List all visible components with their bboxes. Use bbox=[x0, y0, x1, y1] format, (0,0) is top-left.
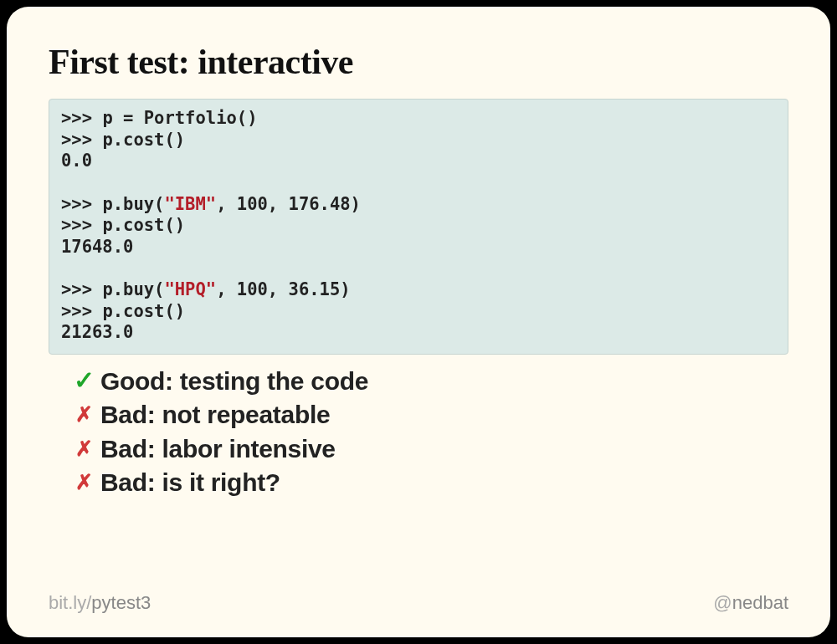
check-icon: ✓ bbox=[72, 364, 95, 398]
bullet-text: Good: testing the code bbox=[100, 365, 368, 399]
code-string-literal: "HPQ" bbox=[164, 279, 216, 299]
x-icon: ✗ bbox=[72, 401, 95, 429]
code-line: >>> p.cost() bbox=[61, 130, 185, 150]
x-icon: ✗ bbox=[72, 468, 95, 497]
bullet-item: ✓Good: testing the code bbox=[72, 365, 788, 399]
code-string-literal: "IBM" bbox=[164, 194, 216, 214]
slide: First test: interactive >>> p = Portfoli… bbox=[7, 7, 830, 637]
bullet-text: Bad: not repeatable bbox=[100, 398, 330, 432]
code-line: 0.0 bbox=[61, 151, 92, 171]
code-line: >>> p.buy("IBM", 100, 176.48) bbox=[61, 194, 361, 214]
code-line: >>> p.cost() bbox=[61, 301, 185, 321]
bullet-text: Bad: is it right? bbox=[100, 466, 280, 500]
footer-left-main: pytest3 bbox=[91, 592, 151, 613]
code-block: >>> p = Portfolio() >>> p.cost() 0.0 >>>… bbox=[49, 99, 788, 355]
footer-right: @nedbat bbox=[713, 592, 788, 614]
bullet-text: Bad: labor intensive bbox=[100, 432, 336, 467]
code-line: >>> p.cost() bbox=[61, 215, 185, 235]
bullet-item: ✗Bad: labor intensive bbox=[72, 432, 788, 467]
footer-left: bit.ly/pytest3 bbox=[49, 592, 151, 614]
bullet-item: ✗Bad: is it right? bbox=[72, 466, 788, 500]
code-line: >>> p = Portfolio() bbox=[61, 108, 258, 128]
slide-title: First test: interactive bbox=[49, 42, 788, 82]
slide-footer: bit.ly/pytest3 @nedbat bbox=[49, 592, 788, 614]
code-line: 17648.0 bbox=[61, 237, 133, 257]
footer-right-prefix: @ bbox=[713, 592, 732, 613]
footer-right-main: nedbat bbox=[732, 592, 788, 613]
code-line: >>> p.buy("HPQ", 100, 36.15) bbox=[61, 279, 351, 299]
bullet-item: ✗Bad: not repeatable bbox=[72, 398, 788, 432]
x-icon: ✗ bbox=[72, 435, 95, 463]
code-line: 21263.0 bbox=[61, 322, 133, 342]
bullet-list: ✓Good: testing the code✗Bad: not repeata… bbox=[49, 365, 788, 500]
footer-left-prefix: bit.ly/ bbox=[49, 592, 91, 613]
